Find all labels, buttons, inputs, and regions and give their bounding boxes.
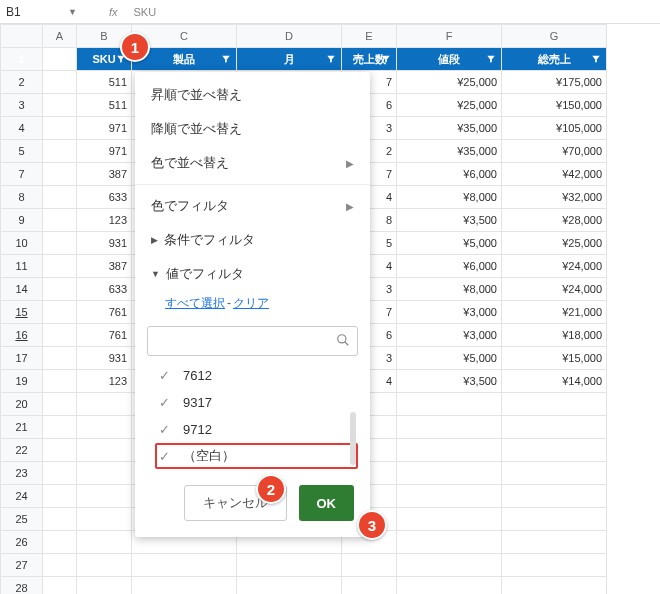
cell[interactable]: ¥3,000	[397, 301, 502, 324]
link-clear[interactable]: クリア	[233, 296, 269, 310]
col-header-E[interactable]: E	[342, 25, 397, 48]
cell[interactable]: ¥5,000	[397, 232, 502, 255]
menu-filter-color[interactable]: 色でフィルタ▶	[135, 189, 370, 223]
row-number[interactable]: 2	[1, 71, 43, 94]
cell[interactable]	[342, 554, 397, 577]
cell[interactable]	[43, 531, 77, 554]
cell[interactable]: ¥15,000	[502, 347, 607, 370]
cell[interactable]: ¥6,000	[397, 255, 502, 278]
cell[interactable]: ¥70,000	[502, 140, 607, 163]
filter-icon[interactable]	[590, 53, 602, 65]
cell[interactable]: 633	[77, 278, 132, 301]
cell[interactable]	[502, 416, 607, 439]
cell[interactable]: ¥8,000	[397, 186, 502, 209]
filter-option[interactable]: ✓9317	[155, 389, 358, 416]
cell[interactable]	[397, 485, 502, 508]
menu-sort-color[interactable]: 色で並べ替え▶	[135, 146, 370, 180]
cell[interactable]	[43, 393, 77, 416]
cell[interactable]	[43, 209, 77, 232]
cell[interactable]	[43, 232, 77, 255]
cell[interactable]	[502, 462, 607, 485]
cell[interactable]	[43, 439, 77, 462]
cell[interactable]: ¥24,000	[502, 278, 607, 301]
cell[interactable]	[502, 485, 607, 508]
cell[interactable]: ¥42,000	[502, 163, 607, 186]
cell[interactable]	[77, 439, 132, 462]
col-header-F[interactable]: F	[397, 25, 502, 48]
cell[interactable]: ¥14,000	[502, 370, 607, 393]
row-number[interactable]: 14	[1, 278, 43, 301]
cell[interactable]	[77, 416, 132, 439]
cell[interactable]	[43, 117, 77, 140]
cell[interactable]	[43, 255, 77, 278]
cell[interactable]: 931	[77, 347, 132, 370]
cell[interactable]: ¥6,000	[397, 163, 502, 186]
row-number[interactable]: 16	[1, 324, 43, 347]
cell[interactable]: 931	[77, 232, 132, 255]
header-cell-month[interactable]: 月	[237, 48, 342, 71]
cell[interactable]	[397, 577, 502, 595]
row-number[interactable]: 1	[1, 48, 43, 71]
cell[interactable]: ¥18,000	[502, 324, 607, 347]
filter-option[interactable]: ✓9712	[155, 416, 358, 443]
cell[interactable]: 761	[77, 324, 132, 347]
cell[interactable]	[342, 577, 397, 595]
cell[interactable]	[397, 393, 502, 416]
cell[interactable]	[132, 577, 237, 595]
cell[interactable]	[43, 462, 77, 485]
filter-search-input[interactable]	[147, 326, 358, 356]
menu-sort-desc[interactable]: 降順で並べ替え	[135, 112, 370, 146]
col-header-A[interactable]: A	[43, 25, 77, 48]
row-number[interactable]: 8	[1, 186, 43, 209]
menu-filter-condition[interactable]: ▶条件でフィルタ	[135, 223, 370, 257]
link-select-all[interactable]: すべて選択	[165, 296, 225, 310]
cell[interactable]	[43, 554, 77, 577]
row-number[interactable]: 20	[1, 393, 43, 416]
cell[interactable]	[43, 301, 77, 324]
cell[interactable]	[397, 439, 502, 462]
cell[interactable]: ¥175,000	[502, 71, 607, 94]
cell[interactable]	[77, 554, 132, 577]
row-number[interactable]: 4	[1, 117, 43, 140]
cell[interactable]	[43, 324, 77, 347]
cell[interactable]: ¥32,000	[502, 186, 607, 209]
ok-button[interactable]: OK	[299, 485, 355, 521]
cell[interactable]	[77, 462, 132, 485]
cell[interactable]	[43, 416, 77, 439]
cell[interactable]: 123	[77, 370, 132, 393]
cell[interactable]	[397, 462, 502, 485]
cell[interactable]	[502, 554, 607, 577]
cell[interactable]: 511	[77, 94, 132, 117]
cell-ref-dropdown-icon[interactable]: ▼	[68, 7, 77, 17]
cell[interactable]	[43, 370, 77, 393]
cell[interactable]	[43, 186, 77, 209]
cell[interactable]	[43, 485, 77, 508]
cell[interactable]	[397, 531, 502, 554]
cell[interactable]	[43, 577, 77, 595]
col-header-D[interactable]: D	[237, 25, 342, 48]
cell[interactable]: 971	[77, 140, 132, 163]
cell[interactable]	[397, 554, 502, 577]
cell[interactable]: ¥25,000	[397, 71, 502, 94]
cell[interactable]	[43, 163, 77, 186]
cell[interactable]	[502, 531, 607, 554]
cell[interactable]: ¥24,000	[502, 255, 607, 278]
filter-icon[interactable]	[325, 53, 337, 65]
row-number[interactable]: 23	[1, 462, 43, 485]
cell[interactable]	[77, 577, 132, 595]
row-number[interactable]: 21	[1, 416, 43, 439]
cell[interactable]: 633	[77, 186, 132, 209]
cell[interactable]	[77, 508, 132, 531]
cell[interactable]: ¥35,000	[397, 140, 502, 163]
row-number[interactable]: 19	[1, 370, 43, 393]
row-number[interactable]: 28	[1, 577, 43, 595]
filter-option[interactable]: ✓7612	[155, 362, 358, 389]
cell[interactable]: 387	[77, 255, 132, 278]
cell[interactable]	[237, 577, 342, 595]
col-header-G[interactable]: G	[502, 25, 607, 48]
cell[interactable]: ¥3,500	[397, 370, 502, 393]
cell[interactable]	[43, 140, 77, 163]
cell[interactable]	[502, 508, 607, 531]
row-number[interactable]: 27	[1, 554, 43, 577]
cell[interactable]	[43, 278, 77, 301]
